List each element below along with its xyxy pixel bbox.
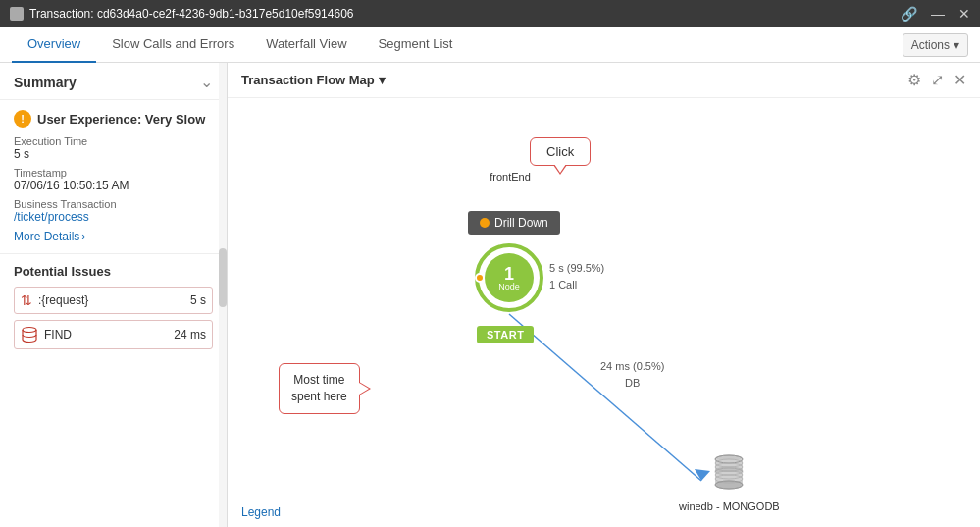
issue-row-find[interactable]: FIND 24 ms	[14, 320, 213, 349]
db-info-line1: 24 ms (0.5%)	[600, 358, 664, 375]
nav-tabs-list: Overview Slow Calls and Errors Waterfall…	[12, 27, 468, 63]
scroll-handle[interactable]	[219, 248, 227, 307]
content-title-row[interactable]: Transaction Flow Map ▾	[241, 73, 386, 87]
flow-lines	[228, 98, 980, 527]
tab-slow-calls[interactable]: Slow Calls and Errors	[96, 27, 250, 63]
node-number: 1	[504, 265, 514, 283]
request-icon: ⇅	[21, 292, 32, 308]
content-action-icons: ⚙ ⤢ ✕	[907, 71, 966, 89]
node-info-line2: 1 Call	[549, 277, 604, 293]
issue-find-name: FIND	[44, 328, 72, 342]
drill-down-label: Drill Down	[494, 216, 548, 230]
node-name-label: frontEnd	[471, 171, 549, 183]
scroll-track	[219, 63, 227, 527]
actions-label: Actions	[911, 38, 950, 52]
content-header: Transaction Flow Map ▾ ⚙ ⤢ ✕	[228, 63, 980, 98]
sidebar-header: Summary ⌄	[0, 63, 227, 100]
callout-time-line1: Most time	[291, 372, 347, 389]
chevron-right-icon: ›	[81, 230, 85, 243]
callout-most-time: Most time spent here	[279, 363, 360, 414]
business-tx-row: Business Transaction /ticket/process	[14, 198, 213, 224]
resize-icon[interactable]: ⤢	[931, 71, 944, 89]
user-experience-block: ! User Experience: Very Slow Execution T…	[0, 100, 227, 254]
close-panel-icon[interactable]: ✕	[954, 71, 966, 89]
timestamp-row: Timestamp 07/06/16 10:50:15 AM	[14, 167, 213, 192]
window-title: Transaction: cd63d4a0-ce2f-4236-9db1-b31…	[29, 7, 353, 21]
svg-point-0	[23, 328, 36, 333]
node-warning-dot	[475, 273, 485, 283]
link-icon[interactable]: 🔗	[901, 6, 917, 22]
user-experience-row: ! User Experience: Very Slow	[14, 110, 213, 128]
node-info: 5 s (99.5%) 1 Call	[549, 260, 604, 292]
flow-map-title: Transaction Flow Map	[241, 73, 375, 87]
user-experience-label: User Experience: Very Slow	[37, 112, 205, 127]
more-details-label: More Details	[14, 230, 79, 243]
nav-tabs: Overview Slow Calls and Errors Waterfall…	[0, 27, 980, 63]
frontend-node[interactable]: 1 Node	[475, 243, 543, 312]
settings-icon[interactable]: ⚙	[907, 71, 921, 89]
dropdown-arrow-icon: ▾	[379, 73, 386, 87]
warning-icon: !	[14, 110, 31, 128]
db-info-line2: DB	[600, 375, 664, 392]
mongodb-icon	[706, 451, 751, 497]
callout-time-line2: spent here	[291, 389, 347, 405]
execution-time-key: Execution Time	[14, 135, 213, 147]
title-bar-left: Transaction: cd63d4a0-ce2f-4236-9db1-b31…	[10, 7, 353, 21]
minimize-icon[interactable]: —	[931, 6, 945, 22]
collapse-icon[interactable]: ⌄	[200, 73, 213, 91]
issue-request-name: :{request}	[38, 293, 88, 307]
start-button: START	[477, 326, 534, 343]
node-outer-ring: 1 Node	[475, 243, 543, 312]
mongodb-name: winedb - MONGODB	[679, 501, 780, 512]
business-tx-link[interactable]: /ticket/process	[14, 210, 89, 224]
execution-time-row: Execution Time 5 s	[14, 135, 213, 161]
timestamp-key: Timestamp	[14, 167, 213, 179]
svg-line-1	[509, 314, 701, 481]
title-bar: Transaction: cd63d4a0-ce2f-4236-9db1-b31…	[0, 0, 980, 27]
issue-row-find-left: FIND	[21, 326, 72, 343]
node-sublabel: Node	[498, 283, 520, 291]
business-tx-key: Business Transaction	[14, 198, 213, 210]
close-icon[interactable]: ✕	[958, 6, 970, 22]
chevron-down-icon: ▾	[954, 38, 959, 52]
main-layout: Summary ⌄ ! User Experience: Very Slow E…	[0, 63, 980, 527]
db-label: 24 ms (0.5%) DB	[600, 358, 664, 391]
drill-down-warning-dot	[480, 218, 490, 228]
legend-link[interactable]: Legend	[241, 505, 281, 519]
node-inner: 1 Node	[485, 253, 534, 302]
execution-time-val: 5 s	[14, 147, 213, 161]
more-details-link[interactable]: More Details ›	[14, 230, 213, 243]
legend-label: Legend	[241, 505, 281, 519]
mongodb-node[interactable]: winedb - MONGODB	[679, 451, 780, 512]
issue-find-time: 24 ms	[174, 328, 206, 342]
node-info-line1: 5 s (99.5%)	[549, 260, 604, 277]
potential-issues-section: Potential Issues ⇅ :{request} 5 s	[0, 254, 227, 365]
sidebar: Summary ⌄ ! User Experience: Very Slow E…	[0, 63, 228, 527]
flow-canvas: Click Drill Down 1 Node frontEnd START	[228, 98, 980, 527]
app-icon	[10, 7, 24, 21]
tab-segment-list[interactable]: Segment List	[363, 27, 469, 63]
issue-row-request-left: ⇅ :{request}	[21, 292, 88, 308]
tab-waterfall[interactable]: Waterfall View	[250, 27, 362, 63]
callout-click-text: Click	[546, 144, 574, 159]
drill-down-button[interactable]: Drill Down	[468, 211, 560, 235]
content-area: Transaction Flow Map ▾ ⚙ ⤢ ✕ Click	[228, 63, 980, 527]
issue-request-time: 5 s	[190, 293, 206, 307]
actions-button[interactable]: Actions ▾	[903, 33, 968, 57]
db-icon	[21, 326, 38, 343]
sidebar-title: Summary	[14, 75, 77, 90]
timestamp-val: 07/06/16 10:50:15 AM	[14, 179, 213, 192]
issue-row-request[interactable]: ⇅ :{request} 5 s	[14, 287, 213, 314]
tab-overview[interactable]: Overview	[12, 27, 96, 63]
title-bar-controls[interactable]: 🔗 — ✕	[901, 6, 970, 22]
potential-issues-title: Potential Issues	[14, 264, 213, 279]
callout-click: Click	[530, 137, 591, 166]
